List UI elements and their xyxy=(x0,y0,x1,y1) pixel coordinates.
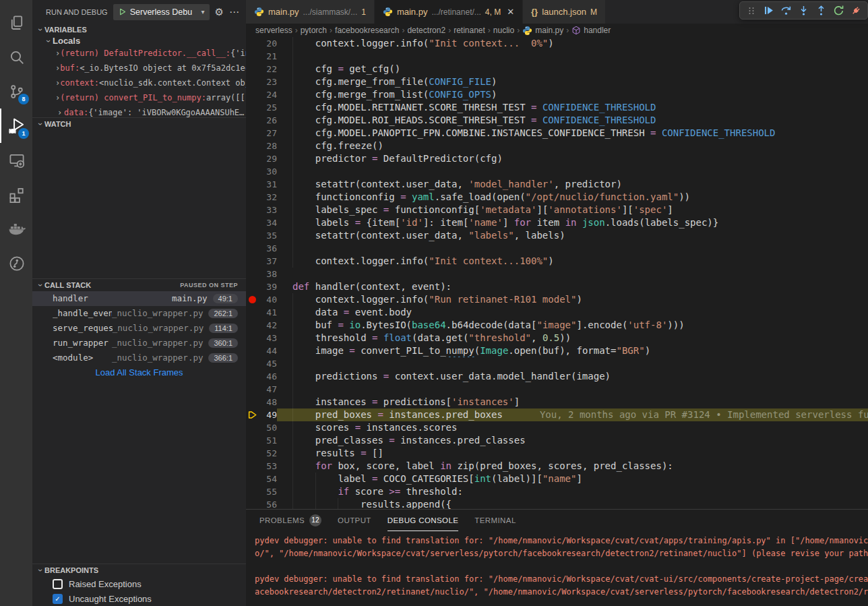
watch-section-header[interactable]: › WATCH xyxy=(32,118,246,130)
load-all-stack-frames-link[interactable]: Load All Stack Frames xyxy=(32,365,246,380)
breadcrumb-item-retinanet[interactable]: retinanet xyxy=(454,26,485,35)
activity-item-docker[interactable] xyxy=(0,212,32,246)
gutter[interactable] xyxy=(246,344,258,357)
stack-frame-serverequests[interactable]: serve_requests_nuclio_wrapper.py114:1 xyxy=(32,321,246,336)
variable-row[interactable]: ›data: {'image': 'iVBORw0KGgoAAAANSUhE… xyxy=(32,105,246,117)
gutter[interactable] xyxy=(246,280,258,293)
breadcrumb-item-facebookresearch[interactable]: facebookresearch xyxy=(335,26,399,35)
gutter[interactable] xyxy=(246,63,258,75)
gutter[interactable] xyxy=(246,75,258,88)
token: in xyxy=(565,217,577,228)
gutter[interactable] xyxy=(246,485,258,498)
gutter[interactable] xyxy=(246,498,258,509)
stack-frame-handler[interactable]: handlermain.py49:1 xyxy=(32,291,246,306)
activity-item-source-control[interactable]: 8 xyxy=(0,74,32,109)
breadcrumb-item-handler[interactable]: handler xyxy=(571,26,611,35)
breadcrumb-item-pytorch[interactable]: pytorch xyxy=(301,26,327,35)
checkbox-checked[interactable]: ✓ xyxy=(53,594,63,604)
current-line-arrow[interactable] xyxy=(246,408,258,421)
code-editor[interactable]: 20context.logger.info("Init context... 0… xyxy=(246,37,868,509)
activity-item-run-and-debug[interactable]: 1 xyxy=(0,109,32,143)
variable-row[interactable]: ›(return) DefaultPredictor.__call__: {'i… xyxy=(32,46,246,61)
token: ] xyxy=(503,217,514,228)
step-over-button[interactable] xyxy=(778,3,794,18)
breakpoint-glyph[interactable] xyxy=(246,293,258,306)
gutter[interactable] xyxy=(246,370,258,383)
token: "Init context...100%" xyxy=(429,255,548,266)
breadcrumb-item-detectron2[interactable]: detectron2 xyxy=(407,26,445,35)
breadcrumb-item-serverless[interactable]: serverless xyxy=(255,26,292,35)
checkbox-unchecked[interactable] xyxy=(53,579,63,589)
call-stack-section-header[interactable]: › CALL STACK PAUSED ON STEP xyxy=(32,279,246,291)
gutter[interactable] xyxy=(246,229,258,242)
gutter[interactable] xyxy=(246,242,258,255)
continue-button[interactable] xyxy=(761,3,776,18)
indent-guide xyxy=(292,344,315,357)
gutter[interactable] xyxy=(246,152,258,165)
gutter[interactable] xyxy=(246,127,258,140)
gutter[interactable] xyxy=(246,319,258,332)
stack-frame-runwrapper[interactable]: run_wrapper_nuclio_wrapper.py360:1 xyxy=(32,336,246,351)
token: image xyxy=(315,345,350,356)
gutter[interactable] xyxy=(246,357,258,370)
panel-tab-output[interactable]: OUTPUT xyxy=(338,510,371,531)
breadcrumb-item-main.py[interactable]: main.py xyxy=(522,26,563,36)
token: cfg xyxy=(315,63,338,74)
gutter[interactable] xyxy=(246,114,258,127)
activity-item-remote-explorer[interactable] xyxy=(0,143,32,177)
stack-frame-module[interactable]: <module>_nuclio_wrapper.py366:1 xyxy=(32,351,246,365)
gutter[interactable] xyxy=(246,332,258,344)
gutter[interactable] xyxy=(246,268,258,280)
locals-scope[interactable]: › Locals xyxy=(32,36,246,46)
gutter[interactable] xyxy=(246,191,258,204)
tab-main.py-0[interactable]: main.py.../siammask/...1 xyxy=(246,0,375,24)
tab-launch.json-2[interactable]: {}launch.jsonM xyxy=(523,0,606,24)
panel-tab-terminal[interactable]: TERMINAL xyxy=(474,510,516,531)
gutter[interactable] xyxy=(246,50,258,63)
gutter[interactable] xyxy=(246,255,258,268)
gutter[interactable] xyxy=(246,434,258,447)
restart-button[interactable] xyxy=(831,3,846,18)
variable-value: {'inst… xyxy=(230,49,246,58)
gutter[interactable] xyxy=(246,473,258,485)
close-icon[interactable]: ✕ xyxy=(507,7,514,17)
gutter[interactable] xyxy=(246,396,258,408)
breakpoint-row[interactable]: Raised Exceptions xyxy=(32,576,246,591)
step-out-button[interactable] xyxy=(813,3,829,18)
gutter[interactable] xyxy=(246,421,258,434)
code-line-52: 52results = [] xyxy=(246,447,868,460)
activity-item-explorer[interactable] xyxy=(0,5,32,40)
variable-row[interactable]: ›buf: <_io.BytesIO object at 0x7f5a2dc1e… xyxy=(32,61,246,75)
variable-row[interactable]: ›context: <nuclio_sdk.context.Context ob… xyxy=(32,75,246,90)
gutter[interactable] xyxy=(246,37,258,50)
gutter[interactable] xyxy=(246,306,258,319)
launch-config-dropdown[interactable]: Serverless Debu ▾ xyxy=(113,4,210,20)
tab-main.py-1[interactable]: main.py.../retinanet/...4, M✕ xyxy=(375,0,523,24)
activity-item-git-graph[interactable] xyxy=(0,246,32,280)
gear-icon[interactable]: ⚙ xyxy=(215,7,224,17)
step-into-button[interactable] xyxy=(796,3,811,18)
panel-tab-debug-console[interactable]: DEBUG CONSOLE xyxy=(388,510,459,531)
gutter[interactable] xyxy=(246,165,258,178)
activity-item-search[interactable] xyxy=(0,40,32,74)
breakpoints-section-header[interactable]: › BREAKPOINTS xyxy=(32,564,246,576)
gutter[interactable] xyxy=(246,383,258,396)
gutter[interactable] xyxy=(246,447,258,460)
activity-item-extensions[interactable] xyxy=(0,177,32,212)
stack-frame-handleevent[interactable]: _handle_event_nuclio_wrapper.py262:1 xyxy=(32,306,246,321)
gutter[interactable] xyxy=(246,460,258,473)
gutter[interactable] xyxy=(246,216,258,229)
tab-label: main.py xyxy=(268,7,299,17)
panel-tab-problems[interactable]: PROBLEMS12 xyxy=(259,510,321,531)
gutter[interactable] xyxy=(246,178,258,191)
gutter[interactable] xyxy=(246,204,258,216)
gutter[interactable] xyxy=(246,140,258,152)
gutter[interactable] xyxy=(246,88,258,101)
gutter[interactable] xyxy=(246,101,258,114)
variables-section-header[interactable]: › VARIABLES xyxy=(32,24,246,36)
more-actions-icon[interactable]: ⋯ xyxy=(229,7,239,17)
variable-row[interactable]: ›(return) convert_PIL_to_numpy: array([[… xyxy=(32,90,246,105)
breakpoint-row[interactable]: ✓Uncaught Exceptions xyxy=(32,591,246,606)
disconnect-button[interactable] xyxy=(848,3,864,18)
breadcrumb-item-nuclio[interactable]: nuclio xyxy=(493,26,514,35)
